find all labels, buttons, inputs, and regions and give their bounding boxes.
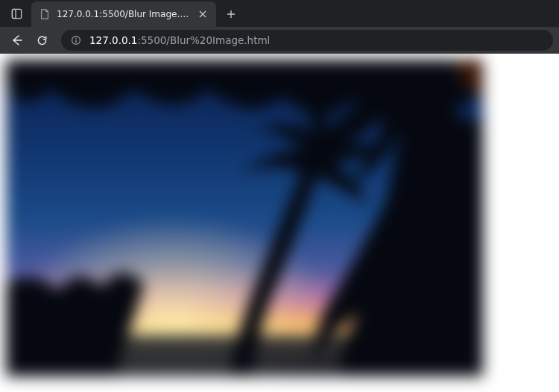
url-text: 127.0.0.1:5500/Blur%20Image.html bbox=[89, 34, 270, 46]
tab-actions-icon bbox=[11, 8, 22, 19]
refresh-button[interactable] bbox=[31, 30, 52, 51]
svg-rect-0 bbox=[12, 9, 21, 18]
back-button[interactable] bbox=[6, 30, 27, 51]
tab-actions-button[interactable] bbox=[4, 2, 28, 25]
url-host: 127.0.0.1 bbox=[89, 34, 137, 46]
toolbar: 127.0.0.1:5500/Blur%20Image.html bbox=[0, 27, 559, 54]
address-bar[interactable]: 127.0.0.1:5500/Blur%20Image.html bbox=[61, 30, 553, 51]
tab-title: 127.0.0.1:5500/Blur Image.html bbox=[57, 9, 191, 19]
svg-rect-1 bbox=[12, 9, 16, 18]
tab-close-button[interactable] bbox=[197, 8, 209, 20]
file-icon bbox=[39, 8, 51, 20]
browser-chrome: 127.0.0.1:5500/Blur Image.html bbox=[0, 0, 559, 54]
refresh-icon bbox=[37, 35, 48, 46]
new-tab-button[interactable] bbox=[221, 4, 241, 25]
site-info-button[interactable] bbox=[70, 34, 82, 46]
blurred-sunset-image bbox=[6, 60, 483, 376]
info-icon bbox=[71, 35, 81, 45]
tab-strip: 127.0.0.1:5500/Blur Image.html bbox=[0, 0, 559, 27]
url-path: :5500/Blur%20Image.html bbox=[137, 34, 270, 46]
svg-point-3 bbox=[75, 38, 77, 39]
plus-icon bbox=[227, 10, 236, 19]
back-arrow-icon bbox=[10, 34, 22, 46]
active-tab[interactable]: 127.0.0.1:5500/Blur Image.html bbox=[31, 1, 216, 27]
page-content bbox=[0, 54, 559, 392]
close-icon bbox=[199, 10, 206, 18]
